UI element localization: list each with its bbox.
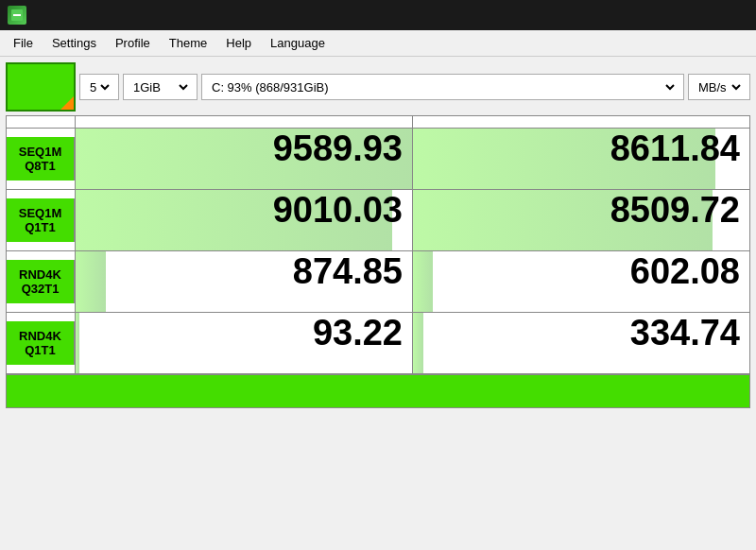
close-button[interactable] bbox=[720, 5, 748, 26]
read-value-3: 93.22 bbox=[76, 313, 412, 373]
table-row: SEQ1MQ1T1 9010.03 8509.72 bbox=[7, 190, 750, 251]
write-value-3: 334.74 bbox=[413, 313, 749, 373]
minimize-button[interactable] bbox=[660, 5, 688, 26]
read-value-1: 9010.03 bbox=[76, 190, 412, 250]
benchmark-table: SEQ1MQ8T1 9589.93 8611.84 SEQ1MQ1T1 9010… bbox=[6, 115, 750, 374]
menu-item-theme[interactable]: Theme bbox=[160, 32, 216, 54]
read-value-0: 9589.93 bbox=[76, 129, 412, 189]
menu-item-help[interactable]: Help bbox=[216, 32, 261, 54]
read-value-2: 874.85 bbox=[76, 251, 412, 312]
write-header bbox=[413, 116, 750, 129]
drive-dropdown[interactable]: C: 93% (868/931GiB) bbox=[208, 79, 678, 95]
app-icon bbox=[8, 6, 26, 25]
row-label-1: SEQ1MQ1T1 bbox=[7, 198, 75, 242]
drive-select[interactable]: C: 93% (868/931GiB) bbox=[201, 74, 684, 100]
table-row: RND4KQ32T1 874.85 602.08 bbox=[7, 251, 750, 313]
controls-row: 5 1 3 9 1GiB 512MiB 2GiB 4GiB C: 93% (86… bbox=[6, 62, 750, 112]
svg-rect-1 bbox=[13, 14, 21, 16]
unit-select[interactable]: MB/s GB/s IOPS bbox=[688, 74, 750, 100]
table-row: RND4KQ1T1 93.22 334.74 bbox=[7, 313, 750, 374]
size-dropdown[interactable]: 1GiB 512MiB 2GiB 4GiB bbox=[129, 79, 191, 95]
menu-bar: FileSettingsProfileThemeHelpLanguage bbox=[0, 30, 756, 57]
row-label-2: RND4KQ32T1 bbox=[7, 260, 75, 303]
read-header bbox=[76, 116, 413, 129]
size-select[interactable]: 1GiB 512MiB 2GiB 4GiB bbox=[123, 74, 198, 100]
row-label-3: RND4KQ1T1 bbox=[7, 321, 75, 365]
menu-item-settings[interactable]: Settings bbox=[43, 32, 106, 54]
window-controls bbox=[660, 5, 748, 26]
write-value-0: 8611.84 bbox=[413, 129, 749, 189]
row-label-0: SEQ1MQ8T1 bbox=[7, 137, 75, 180]
main-content: 5 1 3 9 1GiB 512MiB 2GiB 4GiB C: 93% (86… bbox=[0, 57, 756, 550]
maximize-button[interactable] bbox=[690, 5, 718, 26]
menu-item-file[interactable]: File bbox=[4, 32, 43, 54]
title-bar bbox=[0, 0, 756, 30]
count-dropdown[interactable]: 5 1 3 9 bbox=[86, 79, 112, 95]
write-value-1: 8509.72 bbox=[413, 190, 749, 250]
menu-item-language[interactable]: Language bbox=[261, 32, 335, 54]
count-select[interactable]: 5 1 3 9 bbox=[79, 74, 119, 100]
write-value-2: 602.08 bbox=[413, 251, 749, 312]
bottom-green-bar bbox=[6, 374, 750, 408]
menu-item-profile[interactable]: Profile bbox=[106, 32, 160, 54]
all-button[interactable] bbox=[6, 62, 76, 112]
unit-dropdown[interactable]: MB/s GB/s IOPS bbox=[695, 79, 744, 95]
table-row: SEQ1MQ8T1 9589.93 8611.84 bbox=[7, 129, 750, 190]
